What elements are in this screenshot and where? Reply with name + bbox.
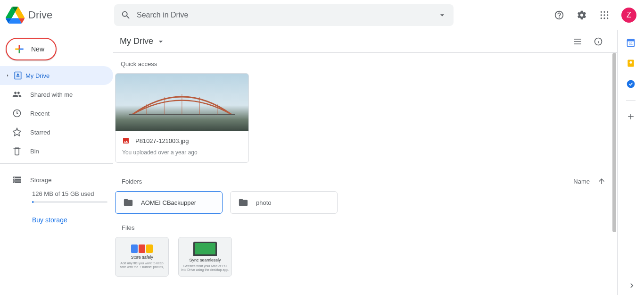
quick-access-filename: P81027-121003.jpg [135,137,189,144]
help-icon[interactable] [550,6,569,25]
sidebar-item-my-drive[interactable]: My Drive [0,66,113,85]
shared-icon [12,90,22,99]
svg-point-7 [603,17,605,19]
files-label: Files [122,224,611,231]
main-head: My Drive [113,30,617,53]
svg-point-5 [607,14,608,16]
sort-arrow-icon[interactable] [597,177,606,185]
quick-access-subtitle: You uploaded over a year ago [122,149,242,156]
svg-point-4 [603,14,605,16]
file-card-title: Store safely [131,255,153,260]
svg-point-2 [607,11,608,12]
drive-logo-icon [6,6,25,25]
sidebar-item-shared[interactable]: Shared with me [0,85,113,104]
storage-label: Storage [30,177,52,184]
app-header: Drive Z [0,0,644,30]
svg-point-0 [601,11,602,12]
buy-storage-link[interactable]: Buy storage [32,216,67,224]
sidebar-item-label: Shared with me [30,91,73,98]
dropdown-icon [156,37,165,46]
settings-icon[interactable] [572,6,591,25]
sidebar: New My Drive Shared with me [0,30,113,295]
quick-access-thumbnail [116,74,248,131]
folders-label: Folders [122,178,142,185]
file-type-icons [131,244,153,253]
my-drive-icon [13,71,23,80]
apps-icon[interactable] [595,6,614,25]
recent-icon [12,109,22,118]
sidebar-item-label: My Drive [25,72,50,79]
tasks-icon[interactable] [626,79,636,89]
avatar[interactable]: Z [621,8,636,23]
svg-point-23 [630,61,632,64]
svg-point-1 [603,11,605,12]
folder-card[interactable]: photo [230,191,338,214]
file-card[interactable]: Store safely Add any file you want to ke… [115,237,169,277]
search-bar[interactable] [114,4,454,26]
sidebar-item-storage[interactable]: Storage [12,171,102,188]
svg-point-24 [627,80,635,88]
avatar-initial: Z [627,11,631,19]
main: My Drive Quick access [113,30,618,295]
quick-access-card[interactable]: P81027-121003.jpg You uploaded over a ye… [115,73,249,163]
file-card-sub: Get files from your Mac or PC into Drive… [181,264,230,272]
bin-icon [12,146,22,156]
add-icon[interactable] [626,112,636,121]
info-icon[interactable] [589,32,608,51]
sidebar-item-label: Recent [30,110,50,117]
new-button-label: New [31,45,44,53]
folder-icon [123,197,133,208]
storage-usage: 126 MB of 15 GB used [32,190,102,197]
svg-point-6 [601,17,602,19]
app-name: Drive [28,9,52,21]
nav: My Drive Shared with me Recent Starred [0,66,113,160]
image-file-icon [122,137,130,144]
svg-rect-20 [627,39,635,41]
file-card[interactable]: Sync seamlessly Get files from your Mac … [178,237,232,277]
right-rail: 31 [618,30,644,295]
calendar-icon[interactable]: 31 [626,38,636,47]
folder-name: AOMEI CBackupper [141,199,196,206]
file-card-title: Sync seamlessly [189,258,221,262]
laptop-icon [193,242,217,256]
folder-card[interactable]: AOMEI CBackupper [115,191,223,214]
storage-bar [32,201,107,203]
svg-point-8 [607,17,608,19]
sidebar-item-bin[interactable]: Bin [0,142,113,160]
folder-icon [238,197,248,208]
header-icons: Z [550,6,636,25]
sidebar-item-starred[interactable]: Starred [0,123,113,142]
quick-access-label: Quick access [121,60,611,67]
keep-icon[interactable] [626,59,636,68]
search-icon [121,10,131,20]
svg-point-3 [601,14,602,16]
logo-wrap[interactable]: Drive [6,6,114,25]
main-content: Quick access [113,53,617,295]
collapse-rail-icon[interactable] [627,281,636,290]
sidebar-item-recent[interactable]: Recent [0,104,113,123]
svg-text:31: 31 [629,42,633,46]
storage-icon [12,175,22,185]
sidebar-item-label: Starred [30,129,50,136]
storage-block: Storage 126 MB of 15 GB used Buy storage [0,167,113,224]
breadcrumb[interactable]: My Drive [116,34,169,48]
file-card-sub: Add any file you want to keep safe with … [117,261,166,270]
new-button[interactable]: New [6,38,57,60]
sort-label[interactable]: Name [573,178,590,185]
scrollbar[interactable] [612,53,616,232]
star-icon [12,127,22,137]
search-input[interactable] [137,11,432,19]
folder-name: photo [256,199,272,206]
expand-icon [5,73,10,78]
bridge-image [122,90,242,118]
breadcrumb-label: My Drive [120,36,153,46]
search-options-icon[interactable] [438,10,447,20]
list-view-icon[interactable] [568,32,587,51]
sidebar-item-label: Bin [30,148,39,155]
plus-icon [13,43,25,55]
